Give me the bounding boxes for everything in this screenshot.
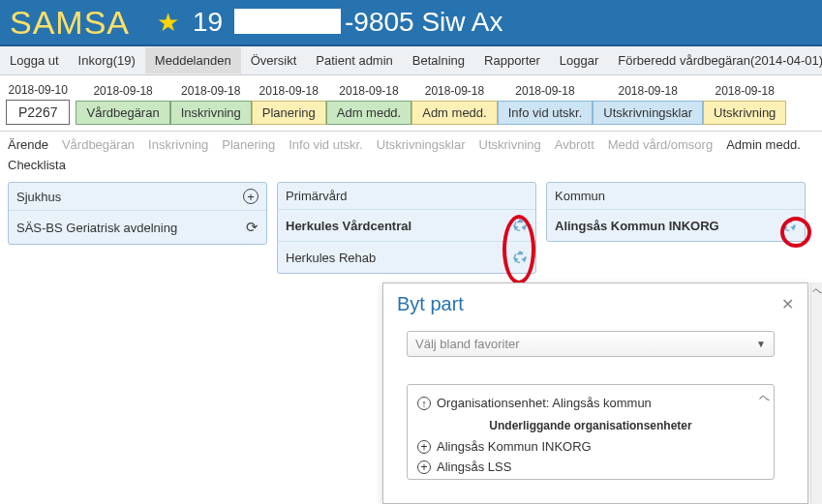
menu-item[interactable]: Översikt	[241, 47, 307, 74]
org-child-row[interactable]: +Alingsås Kommun INKORG	[417, 436, 764, 457]
tab-item[interactable]: Planering	[222, 137, 275, 152]
org-child-row[interactable]: +Alingsås LSS	[417, 457, 764, 477]
sub-tabs: ÄrendeVårdbegäranInskrivningPlaneringInf…	[0, 132, 822, 154]
timeline-item[interactable]: 2018-09-18Planering	[252, 84, 326, 125]
chevron-down-icon: ▼	[756, 339, 766, 349]
tab-item[interactable]: Medd vård/omsorg	[608, 137, 713, 152]
card-header-kommun: Kommun	[547, 183, 805, 210]
brand-logo: SAMSA	[10, 4, 130, 42]
swap-party-icon[interactable]	[512, 218, 528, 233]
tab-item[interactable]: Utskrivningsklar	[377, 137, 466, 152]
card-title: Sjukhus	[16, 190, 61, 204]
party-row: SÄS-BS Geriatrisk avdelning⟳	[9, 211, 266, 244]
timeline-item-label: Utskrivning	[703, 101, 786, 125]
card-header-primarvard: Primärvård	[278, 183, 535, 210]
timeline-item-label: Adm medd.	[411, 101, 497, 125]
org-child-label: Alingsås LSS	[437, 460, 511, 474]
scroll-up-icon[interactable]: ヘ	[759, 391, 770, 405]
checklist-link[interactable]: Checklista	[0, 154, 822, 182]
main-menu: Logga utInkorg(19)MeddelandenÖversiktPat…	[0, 46, 822, 75]
favorites-placeholder: Välj bland favoriter	[415, 337, 520, 351]
timeline-item[interactable]: 2018-09-18Adm medd.	[411, 84, 497, 125]
party-name: Alingsås Kommun INKORG	[555, 219, 719, 233]
tab-item[interactable]: Utskrivning	[479, 137, 541, 152]
timeline-item-label: Inskrivning	[170, 101, 252, 125]
party-row: Herkules Rehab	[278, 241, 535, 273]
party-name: Herkules Vårdcentral	[286, 219, 411, 233]
timeline-item-label: Info vid utskr.	[498, 101, 594, 125]
party-row: Alingsås Kommun INKORG	[547, 210, 805, 241]
tab-item[interactable]: Avbrott	[555, 137, 594, 152]
party-name: SÄS-BS Geriatrisk avdelning	[16, 221, 177, 235]
menu-item[interactable]: Patient admin	[306, 47, 403, 74]
refresh-icon[interactable]: ⟳	[246, 219, 259, 236]
menu-item[interactable]: Meddelanden	[145, 47, 241, 74]
card-title: Kommun	[555, 189, 605, 203]
org-children-heading: Underliggande organisationsenheter	[417, 413, 764, 436]
tab-item[interactable]: Inskrivning	[148, 137, 208, 152]
tab-item[interactable]: Info vid utskr.	[289, 137, 363, 152]
patient-prefix: 19	[193, 7, 223, 37]
timeline-item-date: 2018-09-18	[593, 84, 703, 98]
card-primarvard: Primärvård Herkules VårdcentralHerkules …	[277, 182, 536, 274]
card-title: Primärvård	[286, 189, 348, 203]
expand-icon: +	[417, 440, 431, 454]
scroll-up-arrow-icon[interactable]: ヘ	[812, 284, 822, 298]
timeline-item-label: Vårdbegäran	[76, 101, 169, 125]
patient-id: 19 -9805 Siw Ax	[193, 7, 502, 38]
timeline-item-date: 2018-09-18	[411, 84, 497, 98]
timeline-item-label: Utskrivningsklar	[593, 101, 703, 125]
byt-part-dialog: Byt part ✕ Välj bland favoriter ▼ ヘ ↑ Or…	[382, 282, 808, 504]
timeline: 2018-09-10 P2267 2018-09-18Vårdbegäran20…	[0, 75, 822, 132]
timeline-item[interactable]: 2018-09-18Inskrivning	[170, 84, 252, 125]
timeline-item[interactable]: 2018-09-18Adm medd.	[326, 84, 411, 125]
timeline-item-date: 2018-09-18	[252, 84, 326, 98]
arrow-up-icon: ↑	[417, 397, 431, 410]
tab-item[interactable]: Admin medd.	[726, 137, 801, 152]
timeline-item-label: Adm medd.	[326, 101, 411, 125]
menu-item[interactable]: Inkorg(19)	[69, 47, 145, 74]
dialog-header: Byt part ✕	[383, 283, 807, 323]
timeline-item-date: 2018-09-18	[326, 84, 411, 98]
timeline-item-date: 2018-09-18	[703, 84, 786, 98]
close-icon[interactable]: ✕	[781, 295, 794, 313]
tab-item[interactable]: Vårdbegäran	[62, 137, 135, 152]
menu-item[interactable]: Logga ut	[0, 47, 69, 74]
menu-item[interactable]: Betalning	[403, 47, 474, 74]
favorites-select[interactable]: Välj bland favoriter ▼	[407, 331, 775, 357]
org-tree: ヘ ↑ Organisationsenhet: Alingsås kommun …	[407, 384, 775, 480]
dialog-body: Välj bland favoriter ▼ ヘ ↑ Organisations…	[383, 323, 807, 488]
card-kommun: Kommun Alingsås Kommun INKORG	[546, 182, 806, 242]
card-header-sjukhus: Sjukhus +	[9, 183, 266, 211]
timeline-items: 2018-09-18Vårdbegäran2018-09-18Inskrivni…	[76, 84, 786, 125]
timeline-start: 2018-09-10 P2267	[6, 83, 70, 125]
card-sjukhus: Sjukhus + SÄS-BS Geriatrisk avdelning⟳	[8, 182, 267, 245]
dialog-title: Byt part	[397, 293, 464, 315]
menu-item[interactable]: Loggar	[550, 47, 608, 74]
org-parent-row[interactable]: ↑ Organisationsenhet: Alingsås kommun	[417, 393, 764, 413]
timeline-start-code[interactable]: P2267	[6, 100, 70, 125]
timeline-item[interactable]: 2018-09-18Vårdbegäran	[76, 84, 169, 125]
party-row: Herkules Vårdcentral	[278, 210, 535, 241]
timeline-item[interactable]: 2018-09-18Utskrivningsklar	[593, 84, 703, 125]
timeline-item-date: 2018-09-18	[170, 84, 252, 98]
add-icon[interactable]: +	[243, 189, 259, 204]
party-name: Herkules Rehab	[286, 251, 376, 265]
menu-item[interactable]: Förberedd vårdbegäran(2014-04-01)	[608, 47, 822, 74]
swap-party-icon[interactable]	[512, 250, 528, 265]
swap-party-icon[interactable]	[781, 218, 797, 233]
org-child-label: Alingsås Kommun INKORG	[437, 439, 592, 454]
timeline-start-date: 2018-09-10	[6, 83, 70, 97]
timeline-item[interactable]: 2018-09-18Utskrivning	[703, 84, 786, 125]
menu-item[interactable]: Rapporter	[474, 47, 550, 74]
org-parent-label: Organisationsenhet: Alingsås kommun	[437, 396, 652, 410]
timeline-item[interactable]: 2018-09-18Info vid utskr.	[498, 84, 594, 125]
timeline-item-label: Planering	[252, 101, 326, 125]
favorite-star-icon[interactable]: ★	[157, 8, 179, 38]
tab-item[interactable]: Ärende	[8, 137, 48, 152]
app-header: SAMSA ★ 19 -9805 Siw Ax	[0, 0, 822, 46]
patient-suffix: -9805 Siw Ax	[345, 7, 502, 37]
timeline-item-date: 2018-09-18	[498, 84, 594, 98]
party-cards: Sjukhus + SÄS-BS Geriatrisk avdelning⟳ P…	[0, 182, 822, 274]
page-scrollbar[interactable]: ヘ	[810, 282, 822, 504]
